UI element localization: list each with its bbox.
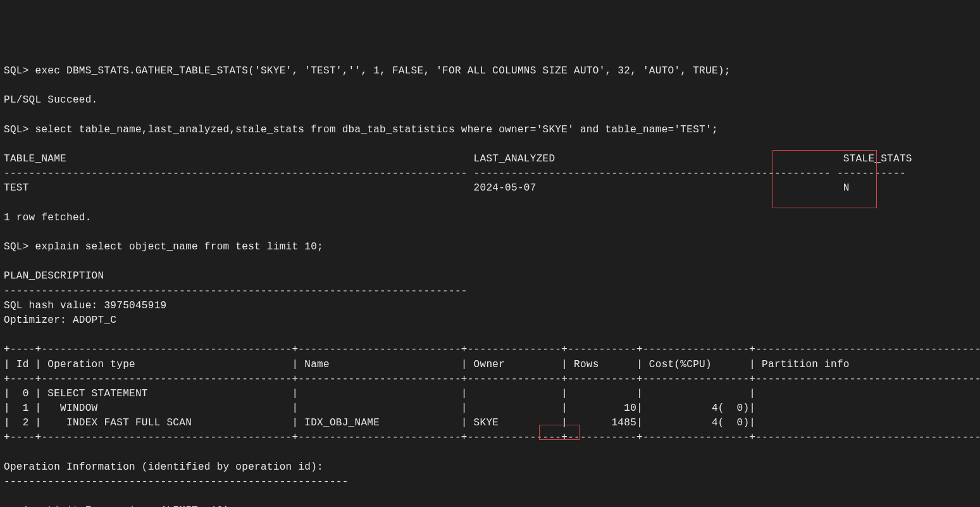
terminal-output: SQL> exec DBMS_STATS.GATHER_TABLE_STATS(… <box>4 64 976 507</box>
highlight-rows-value <box>539 425 580 440</box>
highlight-stale-stats <box>772 150 877 208</box>
